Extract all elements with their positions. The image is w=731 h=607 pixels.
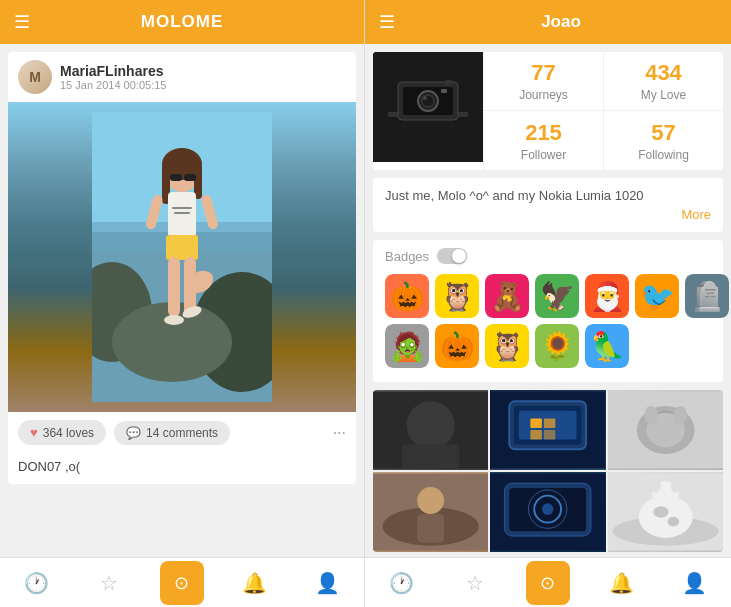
badges-header: Badges xyxy=(385,248,711,264)
svg-rect-13 xyxy=(168,192,196,237)
photo-cell-4[interactable] xyxy=(373,472,488,552)
right-nav-bell-button[interactable]: 🔔 xyxy=(599,561,643,605)
post-image xyxy=(8,102,356,412)
following-label: Following xyxy=(638,148,689,162)
svg-rect-10 xyxy=(170,174,182,181)
svg-rect-41 xyxy=(531,418,543,428)
svg-rect-31 xyxy=(441,89,447,93)
profile-photo xyxy=(373,52,483,162)
bio-text: Just me, Molo ^o^ and my Nokia Lumia 102… xyxy=(385,188,711,203)
post-caption: DON07 ,o( xyxy=(8,453,356,484)
svg-rect-32 xyxy=(445,80,453,85)
badge-11: 🌻 xyxy=(535,324,579,368)
svg-point-34 xyxy=(407,401,455,449)
stat-follower: 215 Follower xyxy=(483,111,603,170)
loves-count: 364 loves xyxy=(43,426,94,440)
left-menu-icon[interactable]: ☰ xyxy=(14,11,30,33)
photos-grid xyxy=(373,390,723,552)
heart-icon: ♥ xyxy=(30,425,38,440)
stats-grid: 77 Journeys 434 My Love 215 Follower 57 … xyxy=(483,52,723,170)
svg-point-30 xyxy=(423,96,427,100)
badge-6: 🐦 xyxy=(635,274,679,318)
stat-my-love: 434 My Love xyxy=(603,52,723,111)
follower-label: Follower xyxy=(521,148,566,162)
svg-rect-17 xyxy=(168,257,180,317)
journeys-count: 77 xyxy=(531,60,555,86)
bio-section: Just me, Molo ^o^ and my Nokia Lumia 102… xyxy=(373,178,723,232)
post-card: M MariaFLinhares 15 Jan 2014 00:05:15 xyxy=(8,52,356,484)
badge-7: 🪦 xyxy=(685,274,729,318)
badges-row-1: 🎃 🦉 🧸 🦅 🎅 🐦 🪦 xyxy=(385,274,711,318)
right-user-icon: 👤 xyxy=(682,571,707,595)
comments-count: 14 comments xyxy=(146,426,218,440)
photo-cell-5[interactable] xyxy=(490,472,605,552)
stat-following: 57 Following xyxy=(603,111,723,170)
svg-rect-15 xyxy=(174,212,190,214)
right-nav-star-button[interactable]: ☆ xyxy=(453,561,497,605)
svg-rect-14 xyxy=(172,207,192,209)
right-menu-icon[interactable]: ☰ xyxy=(379,11,395,33)
svg-rect-11 xyxy=(184,174,196,181)
badges-row-2: 🧟 🎃 🦉 🌻 🦜 xyxy=(385,324,711,368)
nav-clock-button[interactable]: 🕐 xyxy=(14,561,58,605)
bio-more-button[interactable]: More xyxy=(385,207,711,222)
right-bell-icon: 🔔 xyxy=(609,571,634,595)
right-app-title: Joao xyxy=(405,12,717,32)
svg-rect-43 xyxy=(531,430,543,440)
right-bottom-nav: 🕐 ☆ ⊙ 🔔 👤 xyxy=(365,557,731,607)
nav-star-button[interactable]: ☆ xyxy=(87,561,131,605)
badge-4: 🦅 xyxy=(535,274,579,318)
svg-point-67 xyxy=(653,506,668,518)
badge-10: 🦉 xyxy=(485,324,529,368)
badge-12: 🦜 xyxy=(585,324,629,368)
svg-rect-54 xyxy=(417,514,444,543)
profile-stats: 77 Journeys 434 My Love 215 Follower 57 … xyxy=(373,52,723,170)
nav-camera-button[interactable]: ⊙ xyxy=(160,561,204,605)
following-count: 57 xyxy=(651,120,675,146)
right-panel: ☰ Joao xyxy=(365,0,731,607)
right-nav-user-button[interactable]: 👤 xyxy=(672,561,716,605)
badges-section: Badges 🎃 🦉 🧸 🦅 🎅 xyxy=(373,240,723,382)
loves-button[interactable]: ♥ 364 loves xyxy=(18,420,106,445)
comments-button[interactable]: 💬 14 comments xyxy=(114,421,230,445)
badge-9: 🎃 xyxy=(435,324,479,368)
svg-point-22 xyxy=(164,315,184,325)
left-header: ☰ MOLOME xyxy=(0,0,364,44)
nav-user-button[interactable]: 👤 xyxy=(306,561,350,605)
camera-icon: ⊙ xyxy=(174,572,189,594)
right-clock-icon: 🕐 xyxy=(389,571,414,595)
comment-icon: 💬 xyxy=(126,426,141,440)
badge-8: 🧟 xyxy=(385,324,429,368)
photo-cell-2[interactable] xyxy=(490,390,605,470)
badge-3: 🧸 xyxy=(485,274,529,318)
right-nav-clock-button[interactable]: 🕐 xyxy=(380,561,424,605)
more-options-button[interactable]: ··· xyxy=(333,424,346,442)
badge-5: 🎅 xyxy=(585,274,629,318)
post-username: MariaFLinhares xyxy=(60,63,166,79)
post-actions: ♥ 364 loves 💬 14 comments ··· xyxy=(8,412,356,453)
user-icon: 👤 xyxy=(315,571,340,595)
svg-point-66 xyxy=(670,477,680,492)
clock-icon: 🕐 xyxy=(24,571,49,595)
photo-cell-3[interactable] xyxy=(608,390,723,470)
bell-icon: 🔔 xyxy=(242,571,267,595)
right-camera-icon: ⊙ xyxy=(540,572,555,594)
badge-1: 🎃 xyxy=(385,274,429,318)
svg-rect-44 xyxy=(544,430,556,440)
right-star-icon: ☆ xyxy=(466,571,484,595)
svg-rect-36 xyxy=(402,444,460,468)
star-icon: ☆ xyxy=(100,571,118,595)
photo-cell-1[interactable] xyxy=(373,390,488,470)
badge-2: 🦉 xyxy=(435,274,479,318)
svg-rect-42 xyxy=(544,418,556,428)
stat-journeys: 77 Journeys xyxy=(483,52,603,111)
right-nav-camera-button[interactable]: ⊙ xyxy=(526,561,570,605)
svg-point-53 xyxy=(417,487,444,514)
badges-toggle[interactable] xyxy=(437,248,467,264)
svg-point-60 xyxy=(542,503,554,515)
photo-cell-6[interactable] xyxy=(608,472,723,552)
post-date: 15 Jan 2014 00:05:15 xyxy=(60,79,166,91)
my-love-label: My Love xyxy=(641,88,686,102)
nav-bell-button[interactable]: 🔔 xyxy=(233,561,277,605)
svg-rect-16 xyxy=(166,235,198,260)
